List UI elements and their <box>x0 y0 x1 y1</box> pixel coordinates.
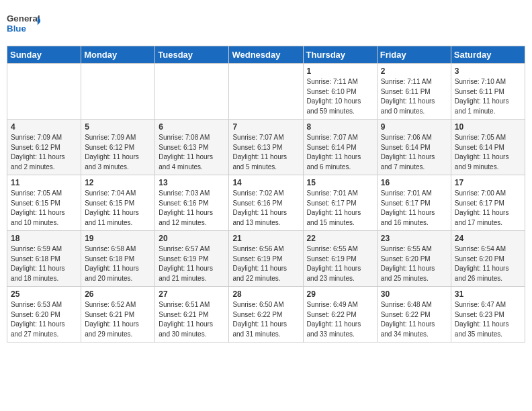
calendar-cell: 14Sunrise: 7:02 AM Sunset: 6:16 PM Dayli… <box>229 175 303 231</box>
calendar-cell: 30Sunrise: 6:48 AM Sunset: 6:22 PM Dayli… <box>377 287 451 342</box>
calendar-cell: 16Sunrise: 7:01 AM Sunset: 6:17 PM Dayli… <box>377 175 451 231</box>
day-info: Sunrise: 6:52 AM Sunset: 6:21 PM Dayligh… <box>85 300 151 339</box>
day-number: 5 <box>85 122 151 132</box>
day-info: Sunrise: 6:48 AM Sunset: 6:22 PM Dayligh… <box>381 300 447 339</box>
week-row-4: 18Sunrise: 6:59 AM Sunset: 6:18 PM Dayli… <box>7 231 525 287</box>
day-number: 20 <box>159 234 225 243</box>
logo: General Blue <box>7 7 40 40</box>
calendar-cell: 15Sunrise: 7:01 AM Sunset: 6:17 PM Dayli… <box>303 175 377 231</box>
day-info: Sunrise: 7:01 AM Sunset: 6:17 PM Dayligh… <box>381 189 447 228</box>
day-info: Sunrise: 7:02 AM Sunset: 6:16 PM Dayligh… <box>232 189 299 228</box>
calendar-cell: 10Sunrise: 7:05 AM Sunset: 6:14 PM Dayli… <box>451 120 525 175</box>
day-info: Sunrise: 6:50 AM Sunset: 6:22 PM Dayligh… <box>232 300 299 339</box>
day-number: 19 <box>85 234 151 243</box>
calendar-cell: 22Sunrise: 6:55 AM Sunset: 6:19 PM Dayli… <box>303 231 377 287</box>
calendar-cell: 2Sunrise: 7:11 AM Sunset: 6:11 PM Daylig… <box>377 64 451 120</box>
calendar-cell: 23Sunrise: 6:55 AM Sunset: 6:20 PM Dayli… <box>377 231 451 287</box>
col-header-sunday: Sunday <box>7 46 81 64</box>
week-row-1: 1Sunrise: 7:11 AM Sunset: 6:10 PM Daylig… <box>7 64 525 120</box>
day-info: Sunrise: 7:05 AM Sunset: 6:15 PM Dayligh… <box>11 189 77 228</box>
day-number: 31 <box>455 289 521 299</box>
day-number: 23 <box>381 234 447 243</box>
page-header: General Blue <box>7 7 525 40</box>
calendar-cell: 19Sunrise: 6:58 AM Sunset: 6:18 PM Dayli… <box>81 231 155 287</box>
calendar-cell: 31Sunrise: 6:47 AM Sunset: 6:23 PM Dayli… <box>451 287 525 342</box>
day-info: Sunrise: 7:04 AM Sunset: 6:15 PM Dayligh… <box>85 189 151 228</box>
calendar-cell: 24Sunrise: 6:54 AM Sunset: 6:20 PM Dayli… <box>451 231 525 287</box>
day-number: 9 <box>381 122 447 132</box>
calendar-cell: 1Sunrise: 7:11 AM Sunset: 6:10 PM Daylig… <box>303 64 377 120</box>
day-number: 24 <box>455 234 521 243</box>
calendar-cell: 20Sunrise: 6:57 AM Sunset: 6:19 PM Dayli… <box>155 231 229 287</box>
day-info: Sunrise: 6:56 AM Sunset: 6:19 PM Dayligh… <box>232 244 299 283</box>
calendar-cell: 6Sunrise: 7:08 AM Sunset: 6:13 PM Daylig… <box>155 120 229 175</box>
calendar-cell: 29Sunrise: 6:49 AM Sunset: 6:22 PM Dayli… <box>303 287 377 342</box>
calendar-cell: 12Sunrise: 7:04 AM Sunset: 6:15 PM Dayli… <box>81 175 155 231</box>
calendar-cell: 21Sunrise: 6:56 AM Sunset: 6:19 PM Dayli… <box>229 231 303 287</box>
day-info: Sunrise: 6:49 AM Sunset: 6:22 PM Dayligh… <box>307 300 373 339</box>
col-header-thursday: Thursday <box>303 46 377 64</box>
calendar-cell: 26Sunrise: 6:52 AM Sunset: 6:21 PM Dayli… <box>81 287 155 342</box>
day-info: Sunrise: 7:09 AM Sunset: 6:12 PM Dayligh… <box>11 133 77 172</box>
week-row-3: 11Sunrise: 7:05 AM Sunset: 6:15 PM Dayli… <box>7 175 525 231</box>
day-number: 27 <box>159 289 225 299</box>
svg-text:General: General <box>7 14 40 24</box>
week-row-5: 25Sunrise: 6:53 AM Sunset: 6:20 PM Dayli… <box>7 287 525 342</box>
day-info: Sunrise: 6:58 AM Sunset: 6:18 PM Dayligh… <box>85 244 151 283</box>
calendar-cell: 3Sunrise: 7:10 AM Sunset: 6:11 PM Daylig… <box>451 64 525 120</box>
calendar-cell <box>7 64 81 120</box>
logo-svg: General Blue <box>7 7 40 40</box>
header-row: SundayMondayTuesdayWednesdayThursdayFrid… <box>7 46 525 64</box>
calendar-cell: 5Sunrise: 7:09 AM Sunset: 6:12 PM Daylig… <box>81 120 155 175</box>
col-header-tuesday: Tuesday <box>155 46 229 64</box>
day-info: Sunrise: 7:10 AM Sunset: 6:11 PM Dayligh… <box>455 77 521 116</box>
day-info: Sunrise: 7:06 AM Sunset: 6:14 PM Dayligh… <box>381 133 447 172</box>
day-number: 15 <box>307 178 373 187</box>
calendar-cell: 18Sunrise: 6:59 AM Sunset: 6:18 PM Dayli… <box>7 231 81 287</box>
calendar-cell <box>229 64 303 120</box>
day-number: 12 <box>85 178 151 187</box>
day-number: 26 <box>85 289 151 299</box>
day-number: 21 <box>232 234 299 243</box>
calendar-cell: 9Sunrise: 7:06 AM Sunset: 6:14 PM Daylig… <box>377 120 451 175</box>
day-number: 17 <box>455 178 521 187</box>
day-info: Sunrise: 6:55 AM Sunset: 6:20 PM Dayligh… <box>381 244 447 283</box>
calendar-cell: 17Sunrise: 7:00 AM Sunset: 6:17 PM Dayli… <box>451 175 525 231</box>
day-info: Sunrise: 7:00 AM Sunset: 6:17 PM Dayligh… <box>455 189 521 228</box>
col-header-friday: Friday <box>377 46 451 64</box>
day-number: 11 <box>11 178 77 187</box>
calendar-cell <box>81 64 155 120</box>
day-number: 8 <box>307 122 373 132</box>
calendar-cell: 25Sunrise: 6:53 AM Sunset: 6:20 PM Dayli… <box>7 287 81 342</box>
calendar-cell: 7Sunrise: 7:07 AM Sunset: 6:13 PM Daylig… <box>229 120 303 175</box>
col-header-saturday: Saturday <box>451 46 525 64</box>
col-header-monday: Monday <box>81 46 155 64</box>
calendar-cell <box>155 64 229 120</box>
day-info: Sunrise: 6:54 AM Sunset: 6:20 PM Dayligh… <box>455 244 521 283</box>
day-number: 14 <box>232 178 299 187</box>
calendar-cell: 13Sunrise: 7:03 AM Sunset: 6:16 PM Dayli… <box>155 175 229 231</box>
calendar-cell: 4Sunrise: 7:09 AM Sunset: 6:12 PM Daylig… <box>7 120 81 175</box>
week-row-2: 4Sunrise: 7:09 AM Sunset: 6:12 PM Daylig… <box>7 120 525 175</box>
calendar-cell: 28Sunrise: 6:50 AM Sunset: 6:22 PM Dayli… <box>229 287 303 342</box>
day-number: 16 <box>381 178 447 187</box>
day-info: Sunrise: 7:01 AM Sunset: 6:17 PM Dayligh… <box>307 189 373 228</box>
day-number: 7 <box>232 122 299 132</box>
col-header-wednesday: Wednesday <box>229 46 303 64</box>
day-info: Sunrise: 7:11 AM Sunset: 6:10 PM Dayligh… <box>307 77 373 116</box>
calendar-cell: 8Sunrise: 7:07 AM Sunset: 6:14 PM Daylig… <box>303 120 377 175</box>
day-number: 4 <box>11 122 77 132</box>
svg-text:Blue: Blue <box>7 24 26 34</box>
day-info: Sunrise: 6:57 AM Sunset: 6:19 PM Dayligh… <box>159 244 225 283</box>
day-number: 10 <box>455 122 521 132</box>
day-info: Sunrise: 7:05 AM Sunset: 6:14 PM Dayligh… <box>455 133 521 172</box>
day-info: Sunrise: 7:11 AM Sunset: 6:11 PM Dayligh… <box>381 77 447 116</box>
day-info: Sunrise: 6:55 AM Sunset: 6:19 PM Dayligh… <box>307 244 373 283</box>
day-info: Sunrise: 7:09 AM Sunset: 6:12 PM Dayligh… <box>85 133 151 172</box>
day-number: 6 <box>159 122 225 132</box>
day-info: Sunrise: 6:53 AM Sunset: 6:20 PM Dayligh… <box>11 300 77 339</box>
day-number: 29 <box>307 289 373 299</box>
day-info: Sunrise: 7:07 AM Sunset: 6:14 PM Dayligh… <box>307 133 373 172</box>
day-info: Sunrise: 7:08 AM Sunset: 6:13 PM Dayligh… <box>159 133 225 172</box>
calendar-table: SundayMondayTuesdayWednesdayThursdayFrid… <box>7 46 525 342</box>
